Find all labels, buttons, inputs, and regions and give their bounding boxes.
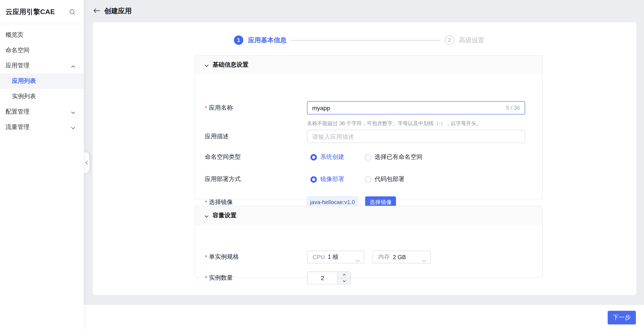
chevron-left-icon	[85, 159, 88, 166]
chevron-down-icon	[355, 256, 360, 264]
capacity-header[interactable]: 容量设置	[195, 206, 542, 225]
deploy-type-label: 应用部署方式	[205, 176, 241, 183]
next-step-button[interactable]: 下一步	[608, 311, 636, 325]
step-1-circle: 1	[234, 35, 243, 45]
instance-spec-label: * 单实例规格	[205, 251, 239, 263]
instance-count-input[interactable]	[308, 272, 338, 284]
cpu-select[interactable]: CPU 1 核	[307, 251, 364, 263]
radio-off-icon	[365, 154, 371, 160]
sidebar-item-app-list[interactable]: 应用列表	[0, 73, 84, 89]
radio-code-package-deploy[interactable]: 代码包部署	[361, 175, 404, 183]
page-header: 创建应用	[93, 6, 132, 16]
stepper-increase-button[interactable]	[338, 272, 350, 278]
sidebar-item-label: 配置管理	[6, 108, 30, 116]
app-name-input[interactable]	[308, 102, 525, 114]
footer-action-bar: 下一步	[0, 304, 644, 330]
chevron-down-icon	[71, 108, 75, 115]
sidebar-item-label: 流量管理	[6, 123, 30, 131]
sidebar-nav: 概览页 命名空间 应用管理 应用列表 实例列表 配置管理	[0, 24, 84, 135]
step-2-circle: 2	[445, 35, 454, 45]
sidebar-item-config-management[interactable]: 配置管理	[0, 104, 84, 120]
sidebar-item-traffic-management[interactable]: 流量管理	[0, 120, 84, 135]
chevron-down-icon	[422, 256, 426, 264]
sidebar-item-app-management[interactable]: 应用管理	[0, 58, 84, 73]
step-2-label: 高级设置	[459, 36, 484, 44]
required-asterisk: *	[205, 275, 207, 281]
chevron-down-icon	[204, 212, 212, 219]
sidebar-item-overview[interactable]: 概览页	[0, 27, 84, 43]
basic-info-section: 基础信息设置 * 应用名称 5 / 36 名称不能超过 36 个字符，可包含数字…	[194, 55, 543, 199]
sidebar-item-label: 实例列表	[12, 93, 36, 100]
app-name-help-text: 名称不能超过 36 个字符，可包含数字、字母以及中划线（-），以字母开头。	[307, 120, 525, 127]
basic-info-header[interactable]: 基础信息设置	[195, 55, 542, 74]
required-asterisk: *	[205, 104, 207, 111]
chevron-down-icon	[71, 124, 75, 131]
radio-system-create[interactable]: 系统创建	[307, 153, 344, 161]
radio-existing-namespace[interactable]: 选择已有命名空间	[361, 153, 422, 161]
section-title: 基础信息设置	[212, 61, 248, 69]
radio-on-icon	[310, 154, 317, 160]
step-1-label: 应用基本信息	[248, 36, 286, 44]
chevron-up-icon	[71, 62, 75, 69]
step-indicator: 1 应用基本信息 2 高级设置	[234, 35, 484, 45]
app-name-label: * 应用名称	[205, 101, 233, 114]
arrow-left-icon	[93, 7, 100, 15]
instance-count-stepper	[307, 272, 351, 284]
radio-on-icon	[310, 176, 317, 182]
chevron-down-icon	[204, 61, 212, 69]
radio-image-deploy[interactable]: 镜像部署	[307, 175, 344, 183]
namespace-type-label: 命名空间类型	[205, 154, 241, 161]
app-desc-input[interactable]	[308, 130, 525, 143]
capacity-section: 容量设置 * 单实例规格 CPU 1 核	[194, 206, 543, 278]
sidebar-item-label: 应用列表	[12, 77, 36, 85]
stepper-decrease-button[interactable]	[338, 278, 350, 284]
page-title: 创建应用	[104, 7, 132, 15]
sidebar-collapse-handle[interactable]	[84, 153, 89, 173]
step-connector-line	[291, 40, 440, 40]
radio-off-icon	[365, 176, 371, 182]
required-asterisk: *	[205, 254, 207, 260]
sidebar-header: 云应用引擎CAE	[0, 0, 84, 24]
sidebar: 云应用引擎CAE 概览页 命名空间 应用管理 应用列表 实例列表	[0, 0, 84, 330]
app-desc-label: 应用描述	[205, 130, 229, 143]
app-name-input-box: 5 / 36	[307, 101, 525, 114]
instance-count-label: * 实例数量	[205, 272, 233, 284]
search-icon[interactable]	[69, 9, 76, 15]
cae-create-app-page: 云应用引擎CAE 概览页 命名空间 应用管理 应用列表 实例列表	[0, 0, 644, 330]
app-title: 云应用引擎CAE	[6, 7, 55, 16]
sidebar-item-label: 概览页	[6, 31, 24, 39]
back-button[interactable]	[93, 7, 100, 15]
required-asterisk: *	[205, 199, 207, 205]
memory-select[interactable]: 内存 2 GB	[373, 251, 431, 263]
sidebar-item-namespace[interactable]: 命名空间	[0, 43, 84, 58]
app-desc-input-box	[307, 130, 525, 143]
sidebar-item-instance-list[interactable]: 实例列表	[0, 89, 84, 104]
section-title: 容量设置	[212, 212, 236, 219]
sidebar-item-label: 应用管理	[6, 62, 30, 70]
create-app-card: 1 应用基本信息 2 高级设置 基础信息设置 * 应用名称	[93, 22, 636, 295]
sidebar-item-label: 命名空间	[6, 46, 30, 54]
